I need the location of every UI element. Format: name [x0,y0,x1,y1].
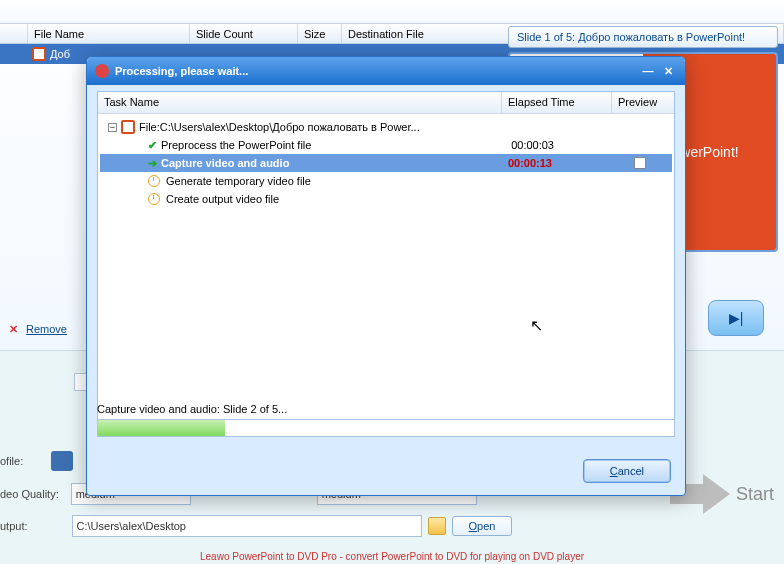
progress-bar [97,419,675,437]
folder-icon[interactable] [428,517,446,535]
clock-icon [148,193,160,205]
video-quality-label: deo Quality: [0,488,59,500]
output-label: utput: [0,520,28,532]
preview-checkbox[interactable] [634,157,646,169]
dialog-body: Task Name Elapsed Time Preview − File:C:… [97,91,675,437]
cancel-button[interactable]: Cancel [583,459,671,483]
clock-icon [148,175,160,187]
close-button[interactable]: ✕ [659,64,677,78]
toolbar [0,0,784,24]
dialog-title-text: Processing, please wait... [115,65,248,77]
col-slidecount[interactable]: Slide Count [190,24,298,43]
dialog-footer: Cancel [87,447,685,495]
check-icon: ✔ [148,139,157,152]
dialog-app-icon [95,64,109,78]
open-button[interactable]: Open [452,516,513,536]
preview-caption: Slide 1 of 5: Добро пожаловать в PowerPo… [508,26,778,48]
task-label: Create output video file [166,193,279,205]
progress-fill [98,420,225,436]
remove-link[interactable]: RRemoveemove [26,323,67,335]
output-path-input[interactable] [72,515,422,537]
col-size[interactable]: Size [298,24,342,43]
profile-icon[interactable] [51,451,73,471]
task-time: 00:00:13 [508,157,552,169]
file-row-name: Доб [50,48,70,60]
col-spacer [0,24,28,43]
task-root-label: File:C:\Users\alex\Desktop\Добро пожалов… [139,121,420,133]
task-label: Capture video and audio [161,157,289,169]
remove-icon: ✕ [6,322,20,336]
arrow-right-icon: ➔ [148,157,157,170]
powerpoint-icon [121,120,135,134]
task-row[interactable]: Create output video file [100,190,672,208]
profile-label: ofile: [0,455,23,467]
task-row[interactable]: Generate temporary video file [100,172,672,190]
task-time: 00:00:03 [511,139,554,151]
task-root-row[interactable]: − File:C:\Users\alex\Desktop\Добро пожал… [100,118,672,136]
status-text: Capture video and audio: Slide 2 of 5... [97,403,675,415]
task-label: Preprocess the PowerPoint file [161,139,311,151]
col-filename[interactable]: File Name [28,24,190,43]
footer-text: Leawo PowerPoint to DVD Pro - convert Po… [0,551,784,562]
task-list-header: Task Name Elapsed Time Preview [98,92,674,114]
status-area: Capture video and audio: Slide 2 of 5... [97,397,675,437]
col-taskname[interactable]: Task Name [98,92,502,113]
dialog-titlebar[interactable]: Processing, please wait... — ✕ [87,57,685,85]
start-label: Start [736,484,774,505]
powerpoint-icon [32,47,46,61]
processing-dialog: Processing, please wait... — ✕ Task Name… [86,56,686,496]
col-preview[interactable]: Preview [612,92,674,113]
task-row-active[interactable]: ➔ Capture video and audio 00:00:13 [100,154,672,172]
task-tree: − File:C:\Users\alex\Desktop\Добро пожал… [98,114,674,212]
minimize-button[interactable]: — [639,64,657,78]
task-row[interactable]: ✔ Preprocess the PowerPoint file 00:00:0… [100,136,672,154]
collapse-icon[interactable]: − [108,123,117,132]
col-elapsed[interactable]: Elapsed Time [502,92,612,113]
task-label: Generate temporary video file [166,175,311,187]
